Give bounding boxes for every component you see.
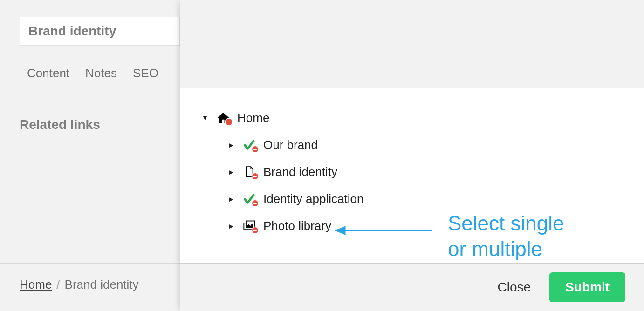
dialog-header [180,0,644,88]
page-icon [241,165,258,179]
caret-right-icon[interactable] [227,223,235,230]
home-icon [215,111,232,125]
annotation-line: Select single [448,210,564,236]
content-picker-dialog: Home Our brand Brand identity [180,0,644,311]
tree-node-brand-identity[interactable]: Brand identity [201,158,363,185]
divider [0,88,180,88]
caret-right-icon[interactable] [227,169,235,176]
tab-content[interactable]: Content [27,66,69,81]
page-title-text: Brand identity [20,17,179,45]
breadcrumb: Home/Brand identity [20,277,139,292]
page-tabs: Content Notes SEO [27,66,158,81]
caret-right-icon[interactable] [227,142,235,149]
tree-label: Our brand [263,138,318,152]
close-button[interactable]: Close [495,276,534,298]
divider [0,263,180,264]
content-tree: Home Our brand Brand identity [201,104,363,239]
dialog-footer: Close Submit [180,263,644,311]
annotation-arrow-icon [334,223,433,237]
checkmark-icon [241,138,258,152]
tree-node-home[interactable]: Home [201,104,363,131]
tree-node-identity-application[interactable]: Identity application [201,185,363,212]
page-title-field[interactable]: Brand identity [20,17,180,46]
annotation-line: or multiple [448,236,564,262]
svg-marker-3 [335,226,345,235]
checkmark-icon [241,192,258,206]
caret-down-icon[interactable] [201,114,209,122]
tab-seo[interactable]: SEO [133,66,158,81]
photo-library-icon [241,219,258,233]
dialog-body: Home Our brand Brand identity [180,88,644,263]
submit-button[interactable]: Submit [549,272,625,302]
breadcrumb-home[interactable]: Home [20,277,52,291]
tree-label: Brand identity [263,165,337,179]
section-heading-related-links: Related links [20,117,100,132]
caret-right-icon[interactable] [227,196,235,203]
tab-notes[interactable]: Notes [85,66,117,81]
tree-label: Photo library [263,219,331,233]
background-page: Brand identity Content Notes SEO Related… [0,0,180,311]
tree-node-our-brand[interactable]: Our brand [201,131,363,158]
breadcrumb-current: Brand identity [65,277,139,291]
breadcrumb-separator: / [56,277,60,291]
tree-label: Home [237,111,269,125]
tree-label: Identity application [263,192,363,206]
